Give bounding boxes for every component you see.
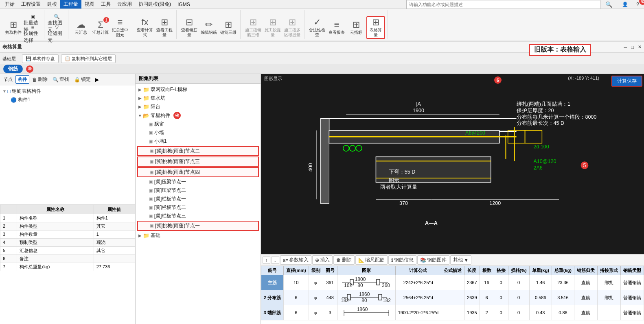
other-btn[interactable]: 其他 ▼: [450, 255, 471, 265]
view-report-btn[interactable]: ≡ 查看报表: [327, 16, 346, 39]
summary-selected-btn[interactable]: ≡ 汇总选中图元: [111, 16, 129, 39]
file-wall1[interactable]: ▣ 小墙1: [137, 137, 259, 146]
move-up-btn[interactable]: ↑: [263, 257, 271, 264]
row2-loss: 0: [508, 290, 529, 305]
file-eave1[interactable]: ▣ [冀]挑檐(雨蓬)节点一: [137, 221, 259, 231]
row2-shape-no[interactable]: 448: [323, 290, 337, 305]
const-multi-btn[interactable]: ⊞ 施工段多区域提量: [283, 16, 302, 39]
edit-rebar-btn[interactable]: ✏ 编辑钢筋: [199, 16, 218, 39]
table-calc-btn[interactable]: ⊞ 表格算量 ②: [366, 16, 385, 39]
copy-component-btn[interactable]: 📋 复制构件到其它楼层: [61, 54, 116, 63]
prop-value-5[interactable]: 其它: [94, 246, 135, 254]
prop-row-5: 5 汇总信息 其它: [0, 246, 135, 254]
file-window[interactable]: ▣ 飘窗: [137, 120, 259, 128]
restore-btn[interactable]: □: [631, 45, 634, 50]
menu-engineering[interactable]: 工程量: [60, 0, 81, 9]
file-eave4[interactable]: ▣ [冀]挑檐(雨蓬)节点四: [137, 167, 259, 177]
component-1[interactable]: 🔵 构件1: [2, 96, 134, 104]
row2-diameter[interactable]: 6: [283, 290, 309, 305]
attr-select-btn[interactable]: ≡ 按属性选择: [24, 29, 42, 39]
menu-model[interactable]: 建模: [44, 0, 60, 9]
folder-icon-5: 📁: [143, 233, 149, 239]
scale-btn[interactable]: 📐 缩尺配筋: [355, 255, 388, 265]
file-railing1[interactable]: ▣ [冀]栏板节点一: [137, 195, 259, 203]
row3-shape-no[interactable]: 3: [323, 305, 337, 320]
prop-row-3: 3 构件数量 1: [0, 230, 135, 238]
const-qty-label: 施工段提量: [264, 28, 281, 37]
param-input-btn[interactable]: a= 参数输入: [280, 255, 312, 265]
menu-tools[interactable]: 工具: [98, 0, 114, 9]
properties-panel: 属性名称 属性值 1 构件名称 构件1 2 构件类型 其它: [0, 205, 135, 324]
row2-grade: φ: [309, 290, 323, 305]
menu-igms[interactable]: IGMS: [174, 1, 193, 8]
const-qty-btn[interactable]: ⊞ 施工段提量: [263, 16, 282, 39]
cloud-indicator-btn[interactable]: ⊞ 云指标: [347, 16, 366, 39]
folder-sump[interactable]: ▶ 📁 集水坑: [137, 94, 259, 102]
rebar-3d-btn[interactable]: ⊞ 钢筋三维: [219, 16, 238, 39]
delete-btn[interactable]: 🗑 删除: [30, 75, 50, 84]
col-splice: 搭接: [494, 266, 508, 275]
menu-view[interactable]: 视图: [81, 0, 98, 9]
row2-shape: 182 1860 182 80: [337, 290, 395, 305]
delete-row-btn[interactable]: 🗑 删除: [333, 255, 355, 265]
lock-btn[interactable]: 🔒 锁定: [72, 75, 93, 84]
file-beam2[interactable]: ▣ [冀]压梁节点二: [137, 186, 259, 195]
folder-misc[interactable]: ▼ 📂 零星构件 ④: [137, 111, 259, 120]
active-tab[interactable]: 钢筋: [3, 65, 23, 73]
row2-formula[interactable]: 2564+2*6.25*d: [395, 290, 441, 305]
rebar-info-btn[interactable]: ℹ 钢筋信息: [388, 255, 416, 265]
file-railing3[interactable]: ▣ [冀]栏板节点三: [137, 212, 259, 220]
prop-value-6[interactable]: [94, 254, 135, 263]
move-down-btn[interactable]: ↓: [271, 257, 279, 264]
find-btn[interactable]: 🔍 查找: [50, 75, 71, 84]
file-eave2[interactable]: ▣ [冀]挑檐(雨蓬)节点二: [137, 146, 259, 156]
view-quantity-btn[interactable]: ⊞ 查看工程量: [155, 16, 174, 39]
row1-diameter[interactable]: 10: [283, 275, 309, 290]
node-tab[interactable]: 节点: [2, 76, 15, 83]
component-tab[interactable]: 构件: [15, 75, 29, 84]
save-component-btn[interactable]: 💾 单构件存盘: [22, 54, 59, 63]
search-input[interactable]: [406, 0, 601, 9]
file-railing2[interactable]: ▣ [冀]栏板节点二: [137, 203, 259, 212]
const-rebar3d-btn[interactable]: ⊞ 施工段钢筋三维: [244, 16, 263, 39]
row3-formula[interactable]: 1900-2*20+2*6.25*d: [395, 305, 441, 320]
toolbar-group-calc: ☁ 云汇总 Σ 汇总计算 1 ≡ 汇总选中图元: [69, 10, 132, 39]
file-wall[interactable]: ▣ 小墙: [137, 128, 259, 137]
menu-project-settings[interactable]: 工程设置: [18, 0, 44, 9]
rebar-lib-btn[interactable]: 📚 钢筋图库: [417, 255, 449, 265]
scale-label: 缩尺配筋: [365, 257, 385, 263]
menu-cloud[interactable]: 云应用: [114, 0, 135, 9]
close-btn[interactable]: ✕: [638, 44, 642, 50]
row2-rebar-type: 普通钢筋: [621, 290, 644, 305]
prop-value-2[interactable]: 其它: [94, 222, 135, 230]
row3-diameter[interactable]: 6: [283, 305, 309, 320]
folder-balcony[interactable]: ▶ 📁 阳台: [137, 102, 259, 111]
prop-value-4[interactable]: 现浇: [94, 238, 135, 246]
menu-collab[interactable]: 协同建模(限免): [135, 0, 174, 9]
row1-formula[interactable]: 2242+2*6.25*d: [395, 275, 441, 290]
tree-root[interactable]: ▼ □ 钢筋表格构件: [2, 87, 134, 96]
file-beam1[interactable]: ▣ [冀]压梁节点一: [137, 178, 259, 186]
folder-foundation[interactable]: ▶ 📁 基础: [137, 231, 259, 240]
view-rebar-btn[interactable]: ⊟ 查看钢筋量: [180, 16, 199, 39]
minimize-btn[interactable]: ─: [624, 45, 627, 50]
filter-element-btn[interactable]: ▽ 过滤图元: [48, 29, 66, 39]
menu-start[interactable]: 开始: [2, 0, 18, 9]
view-formula-btn[interactable]: fx 查看计算式: [136, 16, 154, 39]
pick-component-btn[interactable]: ⊞ 拾取构件: [4, 16, 23, 39]
folder-dual-net[interactable]: ▶ 📁 双网双向F-L模梯: [137, 85, 259, 94]
search-icon[interactable]: 🔍: [602, 0, 616, 9]
row1-shape-no[interactable]: 361: [323, 275, 337, 290]
insert-btn[interactable]: ⊕ 插入: [312, 255, 333, 265]
calc-badge: 1: [103, 17, 109, 23]
cloud-summary-btn[interactable]: ☁ 云汇总: [72, 16, 90, 39]
summary-calc-btn[interactable]: Σ 汇总计算 1: [91, 16, 110, 39]
prop-value-1[interactable]: 构件1: [94, 214, 135, 222]
prop-value-3[interactable]: 1: [94, 230, 135, 238]
file-eave3[interactable]: ▣ [冀]挑檐(雨蓬)节点三: [137, 157, 259, 167]
rebar-lib-icon: 📚: [420, 257, 426, 263]
more-btn[interactable]: ▶: [95, 77, 99, 83]
legal-check-btn[interactable]: ✓ 合法性检查: [308, 16, 326, 39]
svg-text:分布筋每几米计算一个锚段：8000: 分布筋每几米计算一个锚段：8000: [516, 114, 596, 120]
toolbar-group-rebar: ⊟ 查看钢筋量 ✏ 编辑钢筋 ⊞ 钢筋三维: [177, 10, 241, 39]
